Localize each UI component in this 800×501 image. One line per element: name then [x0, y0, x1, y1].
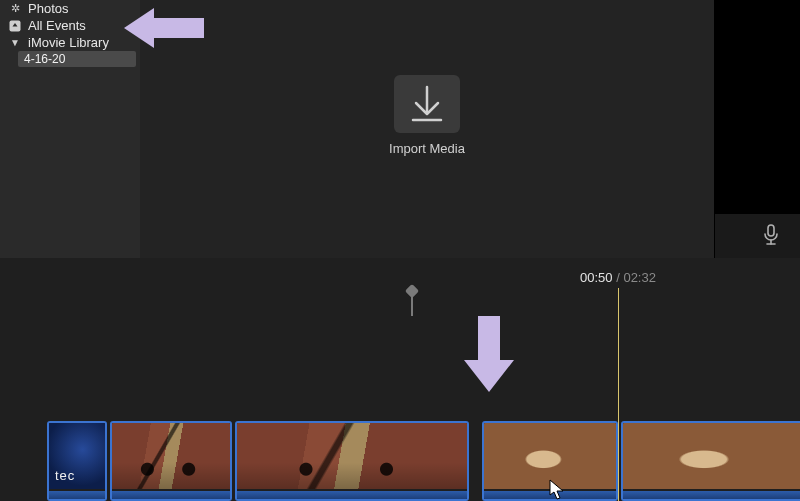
clip-audio-track	[623, 491, 800, 499]
import-media-label: Import Media	[389, 141, 465, 156]
clip-thumbnail	[484, 423, 616, 489]
clip-thumbnail	[112, 423, 230, 489]
playhead[interactable]	[618, 288, 619, 501]
import-media-icon-box	[394, 75, 460, 133]
sidebar-item-label: Photos	[28, 1, 68, 16]
timeline-marker[interactable]	[411, 286, 413, 316]
sidebar-project-entry[interactable]: 4-16-20	[18, 51, 136, 67]
clip-audio-track	[49, 491, 105, 499]
clip-audio-track	[484, 491, 616, 499]
sidebar-project-label: 4-16-20	[24, 52, 65, 66]
disclosure-triangle-icon[interactable]: ▼	[8, 37, 22, 48]
sidebar-item-photos[interactable]: ✲ Photos	[0, 0, 140, 17]
sidebar-item-label: All Events	[28, 18, 86, 33]
timeline-clip[interactable]	[47, 421, 107, 501]
sidebar-item-imovie-library[interactable]: ▼ iMovie Library	[0, 34, 140, 51]
photos-icon: ✲	[8, 2, 22, 15]
clip-row	[0, 415, 800, 501]
microphone-icon[interactable]	[762, 224, 780, 249]
sidebar-item-label: iMovie Library	[28, 35, 109, 50]
sidebar: ✲ Photos All Events ▼ iMovie Library 4-1…	[0, 0, 140, 258]
timeline-clip[interactable]	[110, 421, 232, 501]
time-current: 00:50	[580, 270, 613, 285]
import-media-button[interactable]: Import Media	[389, 75, 465, 156]
download-arrow-icon	[410, 85, 444, 123]
time-indicator: 00:50 / 02:32	[580, 270, 656, 285]
timeline-clip[interactable]	[235, 421, 469, 501]
events-icon	[8, 20, 22, 32]
clip-audio-track	[237, 491, 467, 499]
sidebar-item-all-events[interactable]: All Events	[0, 17, 140, 34]
clip-thumbnail	[623, 423, 800, 489]
time-duration: 02:32	[623, 270, 656, 285]
timeline-clip[interactable]	[621, 421, 800, 501]
clip-thumbnail	[49, 423, 105, 489]
preview-toolbar	[715, 214, 800, 258]
preview-area	[714, 0, 800, 258]
clip-thumbnail	[237, 423, 467, 489]
timeline-clip[interactable]	[482, 421, 618, 501]
clip-audio-track	[112, 491, 230, 499]
timeline-area[interactable]: 00:50 / 02:32	[0, 258, 800, 501]
svg-rect-4	[768, 225, 774, 236]
media-area: Import Media	[140, 0, 714, 258]
